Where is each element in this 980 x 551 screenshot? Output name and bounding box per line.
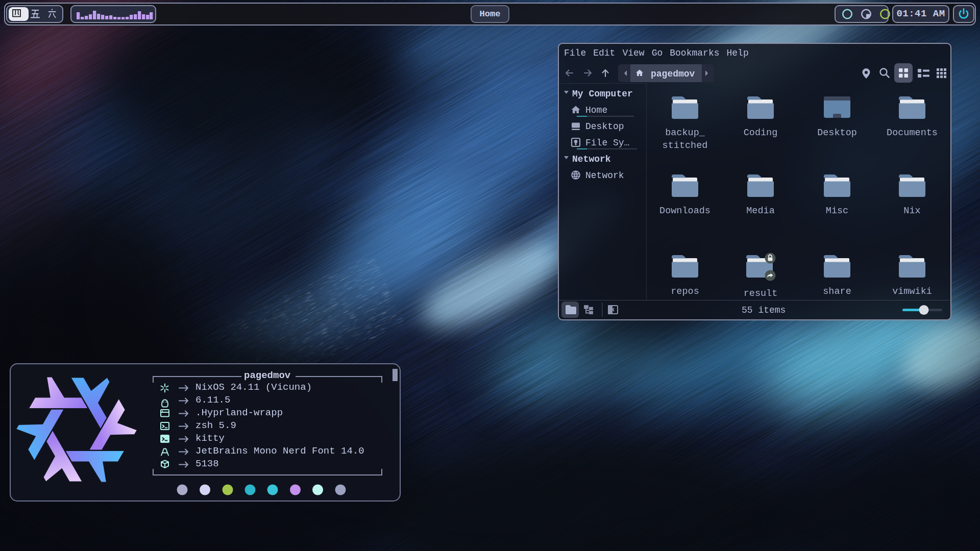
- svg-text:File Sy…: File Sy…: [585, 138, 629, 148]
- svg-text:pagedmov: pagedmov: [651, 69, 695, 79]
- svg-text:Network: Network: [572, 154, 611, 164]
- svg-text:Desktop: Desktop: [585, 121, 624, 132]
- svg-text:Home: Home: [585, 105, 607, 115]
- svg-text:Network: Network: [585, 170, 624, 181]
- svg-text:55 items: 55 items: [742, 305, 786, 315]
- svg-text:My Computer: My Computer: [572, 89, 633, 99]
